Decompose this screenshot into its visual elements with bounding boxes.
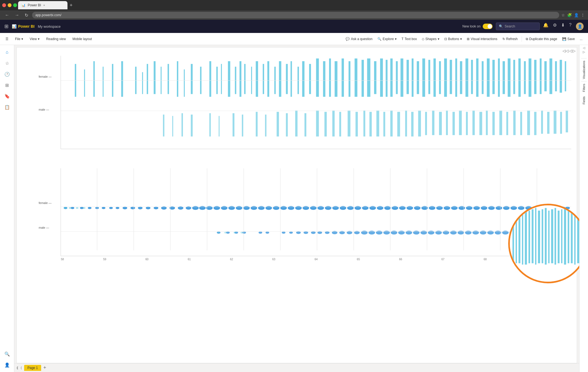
- explore-button[interactable]: 🔍 Explore ▾: [375, 36, 399, 42]
- recent-icon: 🕐: [4, 72, 10, 77]
- new-look-toggle[interactable]: New look on: [462, 24, 493, 29]
- svg-point-142: [146, 207, 151, 209]
- download-icon[interactable]: ⬇: [561, 23, 565, 30]
- more-options-icon[interactable]: ⋮: [581, 13, 585, 17]
- report-canvas: ◁◁ ◁ ▷ female — male —: [16, 47, 577, 363]
- svg-rect-32: [302, 61, 304, 97]
- more-options-button[interactable]: ...: [578, 36, 585, 42]
- back-button[interactable]: ←: [3, 12, 11, 18]
- filters-tab[interactable]: Filters: [581, 81, 587, 94]
- traffic-light-yellow[interactable]: [8, 3, 12, 7]
- refresh-button[interactable]: ↻ Refresh: [500, 36, 520, 42]
- address-bar[interactable]: app.powerbi.com/: [32, 12, 559, 18]
- svg-rect-276: [542, 209, 543, 263]
- nav-arrow-left-left[interactable]: ◁◁: [562, 49, 569, 53]
- help-icon[interactable]: ?: [569, 23, 572, 30]
- sidebar-item-workspaces[interactable]: 📋: [2, 102, 12, 112]
- tab-close-button[interactable]: ×: [43, 4, 45, 7]
- search-box[interactable]: 🔍 Search: [496, 23, 540, 30]
- bookmark-icon[interactable]: ☆: [561, 13, 565, 17]
- nav-arrow-left[interactable]: ◁: [569, 49, 572, 53]
- svg-rect-46: [390, 58, 392, 97]
- reading-view-button[interactable]: Reading view: [44, 36, 68, 42]
- panel-nav-right[interactable]: ▷: [583, 50, 585, 54]
- sidebar-item-recent[interactable]: 🕐: [2, 69, 12, 79]
- new-look-switch[interactable]: [483, 24, 493, 29]
- panel-nav-left[interactable]: ◁: [583, 46, 585, 50]
- new-look-label: New look on: [462, 24, 480, 28]
- visual-interactions-button[interactable]: ⊞ Visual interactions: [465, 36, 499, 42]
- sidebar-item-user[interactable]: 👤: [2, 360, 12, 370]
- svg-rect-277: [545, 208, 547, 265]
- page-nav-first[interactable]: ⟪: [16, 366, 18, 370]
- file-label: File: [15, 37, 20, 41]
- buttons-menu[interactable]: ⊡ Buttons ▾: [442, 36, 464, 42]
- reload-button[interactable]: ↻: [23, 12, 30, 18]
- svg-rect-71: [524, 61, 526, 94]
- svg-point-140: [131, 207, 135, 209]
- mobile-layout-button[interactable]: Mobile layout: [70, 36, 94, 42]
- save-button[interactable]: 💾 Save: [560, 36, 577, 42]
- svg-point-210: [282, 231, 285, 234]
- workspace-label[interactable]: My workspace: [38, 24, 61, 29]
- svg-rect-1: [84, 69, 85, 97]
- sidebar-item-favorites[interactable]: ☆: [2, 58, 12, 68]
- svg-rect-55: [439, 61, 441, 94]
- extension-icon-1[interactable]: 🧩: [567, 13, 572, 17]
- svg-rect-130: [566, 110, 568, 132]
- nav-arrow-right[interactable]: ▷: [573, 49, 576, 53]
- notifications-icon[interactable]: 🔔: [543, 23, 549, 30]
- svg-rect-76: [549, 58, 552, 94]
- svg-rect-286: [574, 208, 576, 265]
- svg-point-141: [138, 207, 143, 209]
- duplicate-page-button[interactable]: ⧉ Duplicate this page: [524, 36, 559, 42]
- traffic-light-green[interactable]: [13, 3, 17, 7]
- ask-question-button[interactable]: 💬 Ask a question: [343, 36, 375, 42]
- page-tab-1[interactable]: Page 1: [24, 365, 41, 371]
- file-chevron-icon: ▾: [21, 37, 23, 41]
- fields-tab[interactable]: Fields: [581, 94, 587, 107]
- profile-icon[interactable]: 👤: [574, 13, 579, 17]
- svg-point-143: [154, 207, 158, 209]
- traffic-light-red[interactable]: [2, 3, 6, 7]
- bottom-chart-male-label: male —: [39, 226, 49, 229]
- bottom-x-label-62: 62: [230, 258, 233, 261]
- svg-rect-69: [513, 60, 515, 94]
- waffle-menu-icon[interactable]: ⊞: [4, 23, 9, 29]
- sidebar-item-home[interactable]: ⌂: [2, 47, 12, 57]
- right-panel-tabs: Visualizations Filters Fields: [581, 53, 587, 372]
- active-tab[interactable]: 📊 Power BI ×: [18, 1, 67, 9]
- svg-rect-61: [471, 60, 473, 94]
- sidebar-item-learn[interactable]: 🔖: [2, 91, 12, 101]
- svg-rect-62: [476, 58, 478, 97]
- sidebar-item-apps[interactable]: ⊞: [2, 80, 12, 90]
- new-tab-button[interactable]: +: [69, 1, 74, 9]
- svg-rect-74: [540, 58, 542, 94]
- svg-rect-35: [323, 61, 325, 97]
- settings-icon[interactable]: ⚙: [553, 23, 557, 30]
- svg-rect-77: [555, 61, 557, 91]
- visualizations-tab[interactable]: Visualizations: [581, 58, 587, 81]
- svg-rect-14: [191, 64, 193, 94]
- top-chart-svg: [61, 56, 571, 149]
- sidebar-item-search[interactable]: 🔍: [2, 349, 12, 359]
- text-box-button[interactable]: T Text box: [399, 36, 419, 42]
- shapes-button[interactable]: ◇ Shapes ▾: [420, 36, 442, 42]
- forward-button[interactable]: →: [13, 12, 21, 18]
- svg-rect-90: [277, 112, 279, 136]
- right-panel: ◁ ▷ Visualizations Filters Fields: [579, 45, 588, 372]
- svg-rect-8: [147, 64, 148, 94]
- explore-chevron-icon: ▾: [395, 37, 397, 41]
- file-menu[interactable]: File ▾: [13, 36, 25, 42]
- sidebar-user-icon: 👤: [4, 362, 10, 368]
- page-nav-prev[interactable]: ⟨: [21, 366, 22, 370]
- svg-rect-283: [564, 208, 566, 265]
- add-page-button[interactable]: +: [43, 365, 46, 371]
- user-avatar[interactable]: 👤: [576, 23, 584, 30]
- svg-rect-107: [411, 112, 413, 136]
- svg-rect-93: [304, 113, 306, 136]
- view-menu[interactable]: View ▾: [27, 36, 42, 42]
- svg-point-200: [64, 207, 67, 209]
- hamburger-button[interactable]: ☰: [3, 36, 11, 42]
- visual-interactions-icon: ⊞: [467, 37, 470, 41]
